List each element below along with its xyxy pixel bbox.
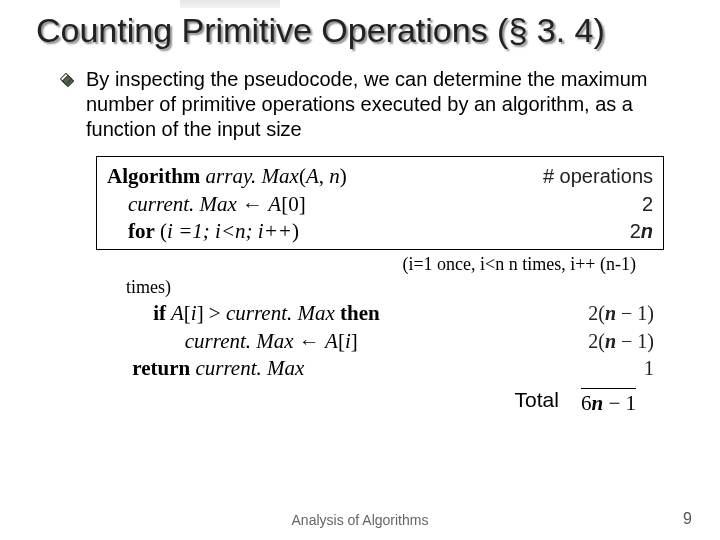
ops-line-assign: 2(n − 1) [514, 328, 654, 355]
algorithm-box: Algorithm array. Max(A, n) # operations … [96, 156, 664, 250]
times-label: times) [126, 277, 654, 298]
ops-line-for: 2n [513, 218, 653, 245]
page-number: 9 [683, 510, 692, 528]
algo-line-init: current. Max ← A[0] [107, 191, 306, 218]
loop-note: (i=1 once, i<n n times, i++ (n-1) [36, 254, 636, 275]
algo-line-for: for (i =1; i<n; i++) [107, 218, 299, 245]
decorative-top-shadow [180, 0, 280, 8]
ops-line-init: 2 [513, 191, 653, 218]
ops-line-return: 1 [514, 355, 654, 382]
algo-line-if: if A[i] > current. Max then [106, 300, 380, 327]
bullet-text: By inspecting the pseudocode, we can det… [86, 67, 674, 142]
bullet-item: By inspecting the pseudocode, we can det… [60, 67, 674, 142]
ops-header: # operations [513, 163, 653, 190]
total-label: Total [515, 388, 559, 416]
total-value: 6n − 1 [581, 388, 636, 416]
algo-signature: Algorithm array. Max(A, n) [107, 163, 347, 190]
footer-title: Analysis of Algorithms [0, 512, 720, 528]
ops-line-if: 2(n − 1) [514, 300, 654, 327]
slide-title: Counting Primitive Operations (§ 3. 4) [36, 12, 684, 49]
svg-rect-0 [62, 76, 73, 87]
algo-line-return: return current. Max [106, 355, 304, 382]
total-row: Total 6n − 1 [36, 388, 636, 416]
diamond-bullet-icon [60, 73, 76, 93]
algo-line-assign: current. Max ← A[i] [106, 328, 358, 355]
